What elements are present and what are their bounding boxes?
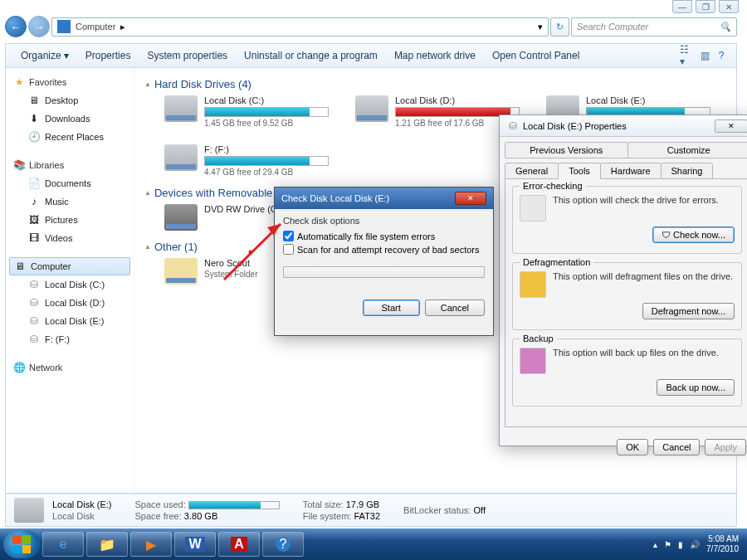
date-text: 7/7/2010: [706, 544, 739, 554]
libraries-header[interactable]: 📚Libraries: [9, 156, 130, 174]
system-tray: ▴ ⚑ ▮ 🔊 5:08 AM 7/7/2010: [653, 534, 744, 554]
map-drive-button[interactable]: Map network drive: [386, 46, 484, 65]
drive-icon: [164, 95, 198, 122]
refresh-button[interactable]: ↻: [550, 17, 569, 37]
drive-c[interactable]: Local Disk (C:)1.45 GB free of 9.52 GB: [164, 95, 339, 128]
navigation-pane: ★Favorites 🖥Desktop ⬇Downloads 🕘Recent P…: [6, 68, 134, 493]
drive-icon: ⛁: [27, 296, 41, 309]
sidebar-item-drive-f[interactable]: ⛁F: (F:): [9, 330, 130, 348]
taskbar-ie[interactable]: e: [42, 532, 84, 557]
properties-titlebar[interactable]: ⛁Local Disk (E:) Properties ✕: [500, 115, 747, 137]
sidebar-item-drive-c[interactable]: ⛁Local Disk (C:): [9, 275, 130, 294]
recent-icon: 🕘: [27, 130, 41, 144]
hdd-section-header[interactable]: ▲Hard Disk Drives (4): [144, 78, 726, 90]
close-button[interactable]: ✕: [715, 119, 747, 133]
group-text: This option will back up files on the dr…: [553, 348, 735, 358]
sidebar-item-drive-d[interactable]: ⛁Local Disk (D:): [9, 294, 130, 312]
taskbar-wmp[interactable]: ▶: [130, 532, 172, 557]
check-now-button[interactable]: 🛡Check now...: [652, 226, 735, 243]
tab-sharing[interactable]: Sharing: [661, 163, 714, 179]
pictures-icon: 🖼: [27, 213, 41, 226]
sidebar-item-documents[interactable]: 📄Documents: [9, 174, 130, 192]
system-properties-button[interactable]: System properties: [139, 46, 236, 65]
taskbar-adobe[interactable]: A: [218, 532, 260, 557]
details-pane: Local Disk (E:) Local Disk Space used: S…: [5, 494, 737, 527]
tab-tools[interactable]: Tools: [558, 163, 601, 179]
downloads-icon: ⬇: [27, 112, 41, 125]
libraries-icon: 📚: [12, 158, 26, 172]
details-name: Local Disk (E:): [52, 499, 112, 509]
dropdown-icon[interactable]: ▾: [538, 22, 543, 32]
address-bar[interactable]: Computer ▸ ▾: [51, 17, 549, 37]
address-text: Computer: [76, 22, 115, 32]
ok-button[interactable]: OK: [617, 439, 648, 455]
backup-group: Backup This option will back up files on…: [512, 338, 742, 407]
properties-button[interactable]: Properties: [77, 46, 139, 65]
close-icon: ✕: [728, 122, 735, 130]
tray-expand-icon[interactable]: ▴: [653, 540, 657, 549]
backup-icon: [520, 348, 546, 374]
favorites-header[interactable]: ★Favorites: [9, 73, 130, 91]
check-disk-dialog: Check Disk Local Disk (E:) ✕ Check disk …: [274, 187, 494, 336]
auto-fix-checkbox[interactable]: Automatically fix file system errors: [283, 231, 485, 241]
minimize-button[interactable]: —: [672, 0, 692, 13]
clock[interactable]: 5:08 AM 7/7/2010: [706, 534, 739, 554]
forward-button[interactable]: →: [28, 16, 50, 37]
check-disk-titlebar[interactable]: Check Disk Local Disk (E:) ✕: [275, 187, 493, 209]
desktop-icon: 🖥: [27, 94, 41, 107]
search-placeholder: Search Computer: [577, 22, 720, 32]
search-input[interactable]: Search Computer 🔍: [571, 17, 737, 37]
forward-icon: →: [34, 21, 45, 33]
view-options-button[interactable]: ☷ ▾: [680, 47, 696, 64]
cancel-button[interactable]: Cancel: [425, 299, 485, 316]
taskbar-word[interactable]: W: [174, 532, 216, 557]
start-button[interactable]: Start: [363, 299, 420, 316]
network-header[interactable]: 🌐Network: [9, 358, 130, 377]
address-row: ← → Computer ▸ ▾ ↻ Search Computer 🔍: [5, 15, 737, 38]
collapse-icon: ▲: [144, 189, 151, 197]
sidebar-item-computer[interactable]: 🖥Computer: [9, 257, 130, 275]
wmp-icon: ▶: [146, 537, 156, 553]
sidebar-item-music[interactable]: ♪Music: [9, 192, 130, 211]
start-button[interactable]: [3, 530, 40, 558]
cancel-button[interactable]: Cancel: [653, 439, 700, 455]
sidebar-item-desktop[interactable]: 🖥Desktop: [9, 91, 130, 110]
checkbox-input[interactable]: [283, 244, 294, 255]
details-type: Local Disk: [52, 511, 112, 521]
scan-recover-checkbox[interactable]: Scan for and attempt recovery of bad sec…: [283, 244, 485, 255]
sidebar-item-downloads[interactable]: ⬇Downloads: [9, 110, 130, 128]
close-button[interactable]: ✕: [455, 192, 486, 205]
taskbar-explorer[interactable]: 📁: [86, 532, 128, 557]
apply-button[interactable]: Apply: [705, 439, 746, 455]
organize-menu[interactable]: Organize ▾: [12, 46, 77, 65]
backup-now-button[interactable]: Back up now...: [657, 379, 735, 396]
taskbar-help[interactable]: ?: [262, 532, 304, 557]
tab-previous-versions[interactable]: Previous Versions: [505, 142, 628, 158]
sidebar-item-videos[interactable]: 🎞Videos: [9, 229, 130, 247]
tab-hardware[interactable]: Hardware: [600, 163, 662, 179]
uninstall-button[interactable]: Uninstall or change a program: [236, 46, 386, 65]
sidebar-item-drive-e[interactable]: ⛁Local Disk (E:): [9, 312, 130, 330]
collapse-icon: ▲: [144, 243, 151, 251]
network-icon[interactable]: ▮: [678, 540, 683, 549]
defragment-now-button[interactable]: Defragment now...: [642, 303, 735, 319]
drive-icon: ⛁: [27, 333, 41, 346]
back-button[interactable]: ←: [5, 16, 27, 37]
help-button[interactable]: ?: [713, 47, 730, 64]
sidebar-item-pictures[interactable]: 🖼Pictures: [9, 211, 130, 229]
preview-pane-button[interactable]: ▥: [696, 47, 713, 64]
checkbox-input[interactable]: [283, 231, 294, 241]
sidebar-item-recent[interactable]: 🕘Recent Places: [9, 128, 130, 146]
group-title: Error-checking: [520, 181, 586, 191]
open-control-panel-button[interactable]: Open Control Panel: [484, 46, 588, 65]
tab-customize[interactable]: Customize: [627, 142, 748, 158]
close-button[interactable]: ✕: [719, 0, 739, 13]
options-label: Check disk options: [283, 216, 485, 226]
maximize-button[interactable]: ❐: [696, 0, 715, 13]
tab-general[interactable]: General: [505, 163, 559, 179]
computer-icon: 🖥: [13, 260, 27, 273]
drive-f[interactable]: F: (F:)4.47 GB free of 29.4 GB: [164, 144, 339, 177]
back-icon: ←: [11, 21, 22, 33]
volume-icon[interactable]: 🔊: [690, 540, 700, 549]
flag-icon[interactable]: ⚑: [664, 540, 671, 549]
